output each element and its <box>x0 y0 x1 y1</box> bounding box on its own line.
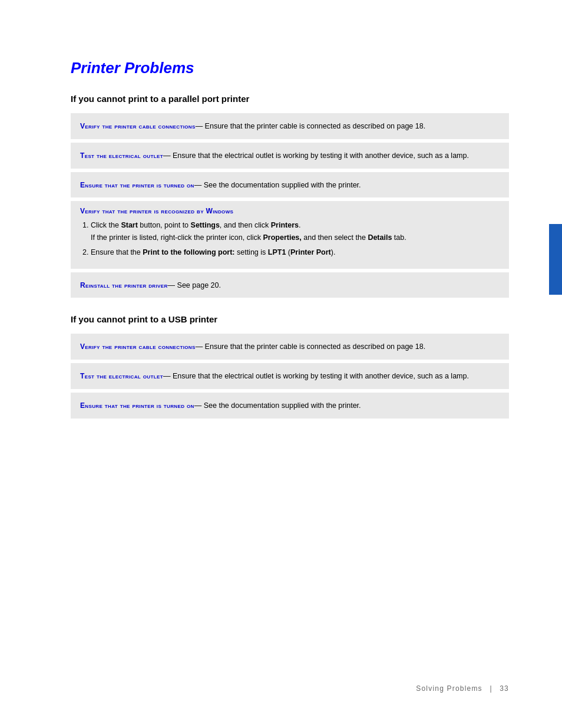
reinstall-label: Reinstall the printer driver <box>80 281 168 289</box>
verify-cable-usb-text: — Ensure that the printer cable is conne… <box>196 342 426 351</box>
section-parallel-heading: If you cannot print to a parallel port p… <box>71 94 509 104</box>
test-outlet-parallel-label: Test the electrical outlet <box>80 151 163 160</box>
footer-page-number: 33 <box>500 684 509 693</box>
step-2: Ensure that the Print to the following p… <box>91 247 500 258</box>
ensure-on-usb-text: — See the documentation supplied with th… <box>194 401 361 410</box>
reinstall-text: — See page 20. <box>168 281 221 289</box>
test-outlet-parallel-text: — Ensure that the electrical outlet is w… <box>163 151 469 160</box>
step-1: Click the Start button, point to Setting… <box>91 220 500 243</box>
step-2-bold-lpt1: LPT1 <box>268 248 286 256</box>
verify-windows-heading: Verify that the printer is recognized by… <box>71 201 509 218</box>
verify-cable-parallel-label: Verify the printer cable connections <box>80 122 196 130</box>
page-title: Printer Problems <box>71 59 509 77</box>
test-outlet-parallel-box: Test the electrical outlet— Ensure that … <box>71 143 509 169</box>
ensure-on-parallel-text: — See the documentation supplied with th… <box>194 181 361 189</box>
section-usb-heading: If you cannot print to a USB printer <box>71 314 509 324</box>
verify-cable-usb-label: Verify the printer cable connections <box>80 342 196 351</box>
footer: Solving Problems | 33 <box>416 684 509 693</box>
reinstall-box: Reinstall the printer driver— See page 2… <box>71 272 509 298</box>
page-container: Printer Problems If you cannot print to … <box>0 0 562 728</box>
ensure-on-parallel-box: Ensure that the printer is turned on— Se… <box>71 172 509 198</box>
ensure-on-usb-label: Ensure that the printer is turned on <box>80 401 194 410</box>
verify-cable-usb-box: Verify the printer cable connections— En… <box>71 334 509 360</box>
step-1-bold-details: Details <box>368 233 392 242</box>
verify-cable-parallel-box: Verify the printer cable connections— En… <box>71 113 509 139</box>
section-parallel-port: If you cannot print to a parallel port p… <box>71 94 509 298</box>
ensure-on-parallel-label: Ensure that the printer is turned on <box>80 181 194 189</box>
test-outlet-usb-label: Test the electrical outlet <box>80 372 163 380</box>
step-1-text: Click the Start button, point to Setting… <box>91 221 300 229</box>
verify-cable-parallel-text: — Ensure that the printer cable is conne… <box>196 122 426 130</box>
steps-list: Click the Start button, point to Setting… <box>80 220 500 258</box>
test-outlet-usb-box: Test the electrical outlet— Ensure that … <box>71 363 509 389</box>
step-1-bold-settings: Settings <box>191 221 220 229</box>
ensure-on-usb-box: Ensure that the printer is turned on— Se… <box>71 393 509 419</box>
test-outlet-usb-text: — Ensure that the electrical outlet is w… <box>163 372 469 380</box>
section-usb: If you cannot print to a USB printer Ver… <box>71 314 509 418</box>
step-1-bold-printers: Printers <box>271 221 299 229</box>
step-2-bold-print: Print to the following port: <box>143 248 234 256</box>
right-tab <box>549 224 562 295</box>
footer-separator: | <box>490 684 492 693</box>
step-2-text: Ensure that the Print to the following p… <box>91 248 335 256</box>
verify-windows-steps-box: Click the Start button, point to Setting… <box>71 218 509 268</box>
step-1-bold-start: Start <box>121 221 137 229</box>
footer-left: Solving Problems <box>416 684 482 693</box>
step-2-bold-printer-port: Printer Port <box>290 248 331 256</box>
step-1-bold-properties: Properties, <box>263 233 301 242</box>
step-1-subtext: If the printer is listed, right-click th… <box>91 232 500 243</box>
